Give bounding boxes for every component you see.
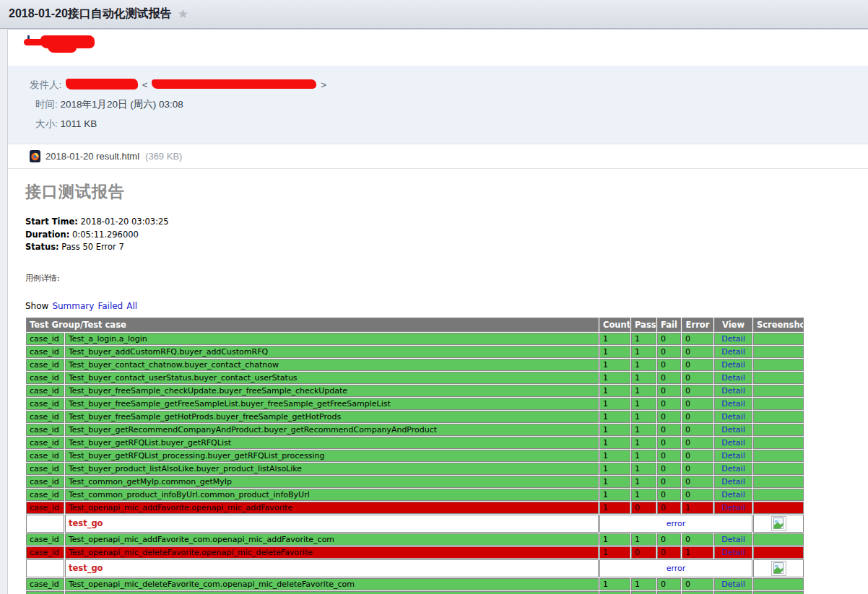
screenshot-cell xyxy=(753,333,804,345)
count-cell: 1 xyxy=(599,578,630,590)
filter-link-failed[interactable]: Failed xyxy=(97,301,123,311)
fail-cell: 0 xyxy=(657,346,681,358)
pass-cell: 1 xyxy=(631,450,656,462)
table-row-pass: case_idTest_buyer_contact_chatnow.buyer_… xyxy=(26,359,804,371)
status-label: Status: xyxy=(25,242,59,252)
fail-cell: 0 xyxy=(657,359,681,371)
filter-link-summary[interactable]: Summary xyxy=(52,301,94,311)
detail-link[interactable]: Detail xyxy=(721,548,745,557)
pass-cell: 1 xyxy=(631,463,656,475)
count-cell: 1 xyxy=(599,333,630,345)
view-cell: Detail xyxy=(714,546,752,559)
detail-link[interactable]: Detail xyxy=(721,580,745,589)
redacted-subject-scribble xyxy=(48,44,77,53)
pass-cell: 1 xyxy=(631,578,656,590)
error-link[interactable]: error xyxy=(667,519,686,528)
table-row-pass: case_idTest_buyer_freeSample_getHotProds… xyxy=(26,411,804,423)
count-cell: 1 xyxy=(599,424,630,436)
pass-cell: 1 xyxy=(631,372,656,384)
error-cell: 0 xyxy=(682,476,713,488)
table-row-error: case_idTest_openapi_mic_addFavorite.open… xyxy=(26,502,804,514)
attachment-row[interactable]: 2018-01-20 result.html (369 KB) xyxy=(8,144,868,169)
screenshot-cell xyxy=(753,515,804,533)
sender-line: 发件人: < > xyxy=(30,75,868,95)
bracket-open: < xyxy=(142,79,148,90)
table-row-pass: case_idTest_buyer_freeSample_checkUpdate… xyxy=(26,385,804,397)
detail-link[interactable]: Detail xyxy=(721,412,745,422)
screenshot-icon[interactable] xyxy=(771,516,786,531)
error-cell: 0 xyxy=(682,346,713,358)
detail-link[interactable]: Detail xyxy=(721,438,745,447)
star-icon[interactable]: ★ xyxy=(178,6,188,22)
fail-cell: 0 xyxy=(657,385,681,397)
detail-link[interactable]: Detail xyxy=(721,399,745,409)
case-id-cell: case_id xyxy=(26,450,64,462)
column-header-screenshot: Screenshot xyxy=(753,318,804,332)
detail-link[interactable]: Detail xyxy=(721,477,745,486)
table-row-pass: case_idTest_buyer_contact_userStatus.buy… xyxy=(26,372,804,384)
screenshot-cell xyxy=(753,578,804,590)
case-id-cell: case_id xyxy=(26,502,64,514)
mail-card: 发件人: < > 时间: 2018年1月20日 (周六) 03:08 大小: 1… xyxy=(7,29,868,594)
case-id-cell: case_id xyxy=(26,333,64,345)
screenshot-cell xyxy=(753,437,804,449)
screenshot-icon[interactable] xyxy=(771,561,786,576)
redacted-sender-name xyxy=(66,79,138,89)
table-row-pass: case_idTest_buyer_getRecommendCompanyAnd… xyxy=(26,424,804,436)
pass-cell: 1 xyxy=(631,489,656,501)
error-cell: 0 xyxy=(682,385,713,397)
case-id-cell: case_id xyxy=(26,533,64,546)
fail-cell: 0 xyxy=(657,591,681,594)
status-value: Pass 50 Error 7 xyxy=(61,242,123,252)
detail-link[interactable]: Detail xyxy=(721,347,745,357)
detail-link[interactable]: Detail xyxy=(721,360,745,370)
screenshot-cell xyxy=(753,398,804,410)
case-id-cell: case_id xyxy=(26,591,64,594)
view-cell: Detail xyxy=(714,489,752,501)
detail-link[interactable]: Detail xyxy=(721,386,745,396)
detail-link[interactable]: Detail xyxy=(721,503,745,512)
detail-link[interactable]: Detail xyxy=(721,373,745,383)
detail-link[interactable]: Detail xyxy=(721,425,745,434)
error-cell: 0 xyxy=(682,437,713,449)
count-cell: 1 xyxy=(599,450,630,462)
start-time-line: Start Time: 2018-01-20 03:03:25 xyxy=(25,216,868,229)
table-row-pass: case_idTest_buyer_product_listAlsoLike.b… xyxy=(26,463,804,475)
case-id-cell: case_id xyxy=(26,398,64,410)
window-titlebar: 2018-01-20接口自动化测试报告 ★ xyxy=(0,0,868,29)
detail-link[interactable]: Detail xyxy=(721,464,745,473)
detail-link[interactable]: Detail xyxy=(721,451,745,460)
detail-link[interactable]: Detail xyxy=(721,535,745,544)
screenshot-cell xyxy=(753,591,804,594)
fail-cell: 0 xyxy=(657,411,681,423)
error-link[interactable]: error xyxy=(667,564,686,573)
case-id-cell: case_id xyxy=(26,411,64,423)
screenshot-cell xyxy=(753,372,804,384)
fail-cell: 0 xyxy=(657,450,681,462)
case-id-cell xyxy=(26,515,64,533)
error-result-cell: error xyxy=(599,559,752,577)
fail-cell: 0 xyxy=(657,424,681,436)
count-cell: 1 xyxy=(599,489,630,501)
table-row-testgo: test_goerror xyxy=(26,515,804,533)
detail-link[interactable]: Detail xyxy=(721,490,745,499)
column-header-fail: Fail xyxy=(657,318,681,332)
count-cell: 1 xyxy=(599,411,630,423)
table-row-pass: case_idTest_common_product_infoByUrl.com… xyxy=(26,489,804,501)
report-title: 接口测试报告 xyxy=(25,181,868,203)
test-name-cell: Test_a_login.a_login xyxy=(65,333,599,345)
pass-cell: 1 xyxy=(631,346,656,358)
screenshot-cell xyxy=(753,450,804,462)
start-time-value: 2018-01-20 03:03:25 xyxy=(81,217,169,227)
fail-cell: 0 xyxy=(657,398,681,410)
filter-link-all[interactable]: All xyxy=(126,301,137,311)
count-cell: 1 xyxy=(599,359,630,371)
duration-value: 0:05:11.296000 xyxy=(72,230,139,240)
detail-link[interactable]: Detail xyxy=(721,334,745,344)
attachment-size: (369 KB) xyxy=(145,151,182,162)
count-cell: 1 xyxy=(599,533,630,546)
screenshot-cell xyxy=(753,411,804,423)
attachment-name[interactable]: 2018-01-20 result.html xyxy=(45,151,139,162)
pass-cell: 1 xyxy=(631,411,656,423)
error-cell: 0 xyxy=(682,450,713,462)
